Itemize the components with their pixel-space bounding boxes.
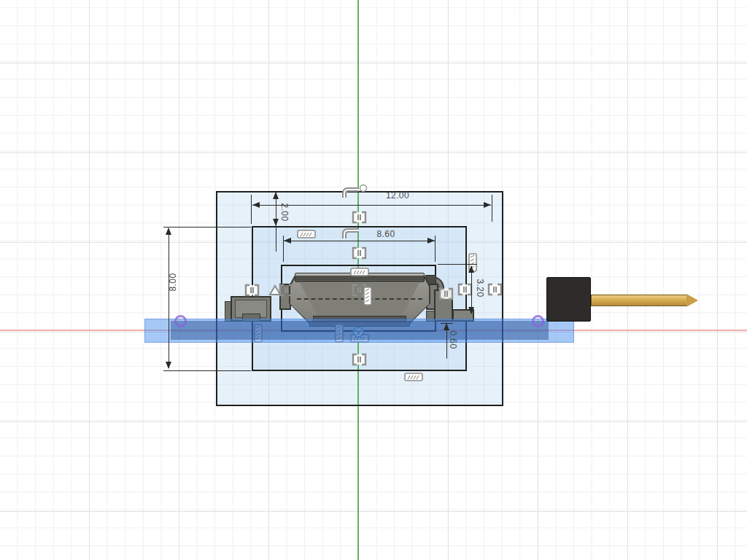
- selected-sketch-point-right[interactable]: [532, 315, 544, 327]
- hatch-glyph: [297, 230, 316, 238]
- hatch-glyph: [350, 268, 369, 276]
- dimension-line-8[interactable]: [169, 228, 169, 368]
- selected-sketch-point-left[interactable]: [174, 315, 187, 327]
- dimension-line-86[interactable]: [284, 241, 435, 241]
- dimension-arrow: [273, 192, 279, 199]
- origin-point-dot: [357, 330, 360, 334]
- coincident-glyph: [359, 184, 368, 192]
- extension-line: [435, 236, 436, 262]
- bracket-glyph: [438, 287, 454, 301]
- dimension-arrow: [444, 323, 449, 330]
- bracket-glyph: [351, 210, 368, 225]
- extension-line: [163, 227, 251, 228]
- fix-hatch-icon[interactable]: [363, 287, 372, 306]
- bracket-glyph: [278, 283, 295, 298]
- dimension-value-32[interactable]: 3.20: [475, 279, 485, 298]
- vertical-constraint-icon[interactable]: [351, 210, 368, 225]
- coincident-circle-icon[interactable]: [359, 184, 368, 192]
- bracket-glyph: [487, 282, 503, 297]
- vertical-constraint-icon[interactable]: [278, 283, 295, 298]
- pin-lead-body[interactable]: [591, 295, 687, 306]
- fix-hatch-icon[interactable]: [297, 230, 316, 238]
- vertical-constraint-icon[interactable]: [244, 283, 260, 298]
- bracket-glyph: [351, 352, 368, 367]
- vertical-constraint-icon[interactable]: [351, 246, 368, 260]
- dimension-arrow: [468, 265, 474, 273]
- extension-line: [251, 195, 252, 224]
- dimension-arrow: [284, 238, 291, 244]
- symmetry-icon[interactable]: [341, 227, 361, 240]
- bracket-glyph: [351, 246, 368, 260]
- cad-viewport: 12.00 2.00 8.60 8.00 3.20 0.60: [0, 0, 747, 560]
- dimension-value-06[interactable]: 0.60: [448, 331, 458, 349]
- dimension-value-8[interactable]: 8.00: [168, 273, 178, 292]
- extension-line: [163, 370, 251, 371]
- hatch-glyph: [404, 373, 423, 381]
- fix-hatch-icon[interactable]: [350, 268, 369, 276]
- pin-housing-body[interactable]: [546, 277, 591, 322]
- extension-line: [492, 195, 492, 222]
- dimension-arrow: [484, 202, 491, 208]
- dimension-value-86[interactable]: 8.60: [377, 229, 395, 239]
- dimension-arrow: [273, 219, 279, 226]
- dimension-arrow: [166, 228, 171, 235]
- dimension-value-12[interactable]: 12.00: [386, 190, 409, 201]
- connector-centerline-dashed: [297, 298, 422, 300]
- hatch-glyph: [363, 287, 372, 306]
- vertical-constraint-icon[interactable]: [438, 287, 454, 301]
- extension-line: [438, 264, 477, 265]
- dimension-arrow: [166, 362, 171, 369]
- dimension-arrow: [252, 202, 260, 208]
- dimension-arrow: [427, 238, 435, 244]
- dimension-arrow: [468, 307, 474, 314]
- vertical-constraint-icon[interactable]: [351, 352, 368, 367]
- vertical-constraint-icon[interactable]: [487, 282, 503, 297]
- symmetry-glyph: [341, 227, 361, 240]
- fix-hatch-icon[interactable]: [404, 373, 423, 381]
- dimension-value-2[interactable]: 2.00: [279, 203, 290, 222]
- bracket-glyph: [244, 283, 260, 298]
- symmetry-icon[interactable]: [341, 186, 361, 199]
- symmetry-glyph: [341, 186, 361, 199]
